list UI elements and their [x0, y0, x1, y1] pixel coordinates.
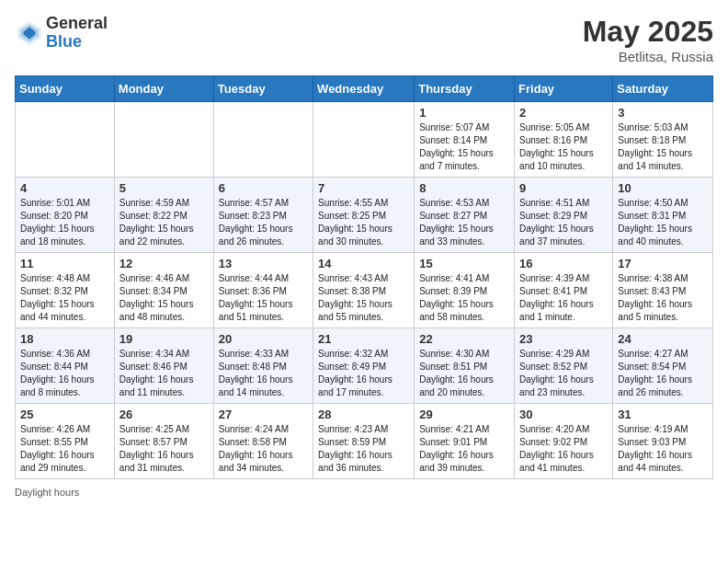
day-info: Sunrise: 4:32 AM Sunset: 8:49 PM Dayligh… — [318, 348, 409, 399]
day-info: Sunrise: 4:55 AM Sunset: 8:25 PM Dayligh… — [318, 197, 409, 248]
calendar-cell: 10Sunrise: 4:50 AM Sunset: 8:31 PM Dayli… — [613, 178, 713, 253]
calendar-cell: 13Sunrise: 4:44 AM Sunset: 8:36 PM Dayli… — [213, 253, 313, 328]
calendar-cell: 12Sunrise: 4:46 AM Sunset: 8:34 PM Dayli… — [114, 253, 213, 328]
day-number: 21 — [318, 332, 409, 346]
calendar-week-row: 1Sunrise: 5:07 AM Sunset: 8:14 PM Daylig… — [16, 102, 713, 178]
day-info: Sunrise: 4:44 AM Sunset: 8:36 PM Dayligh… — [219, 272, 308, 324]
day-number: 9 — [519, 181, 608, 195]
location: Betlitsa, Russia — [583, 49, 713, 64]
day-number: 8 — [419, 181, 509, 195]
day-info: Sunrise: 4:23 AM Sunset: 8:59 PM Dayligh… — [318, 423, 409, 475]
calendar-cell: 23Sunrise: 4:29 AM Sunset: 8:52 PM Dayli… — [515, 328, 613, 404]
calendar-cell: 9Sunrise: 4:51 AM Sunset: 8:29 PM Daylig… — [515, 178, 613, 253]
day-info: Sunrise: 4:29 AM Sunset: 8:52 PM Dayligh… — [519, 348, 608, 399]
day-of-week-header: Sunday — [16, 76, 115, 102]
day-number: 30 — [519, 408, 608, 421]
day-info: Sunrise: 4:38 AM Sunset: 8:43 PM Dayligh… — [618, 272, 708, 324]
day-info: Sunrise: 4:30 AM Sunset: 8:51 PM Dayligh… — [419, 348, 509, 399]
day-number: 5 — [119, 181, 209, 195]
day-number: 13 — [219, 257, 308, 270]
day-info: Sunrise: 5:07 AM Sunset: 8:14 PM Dayligh… — [419, 121, 509, 173]
calendar-cell: 14Sunrise: 4:43 AM Sunset: 8:38 PM Dayli… — [313, 253, 415, 328]
title-block: May 2025 Betlitsa, Russia — [583, 15, 713, 64]
day-info: Sunrise: 4:50 AM Sunset: 8:31 PM Dayligh… — [618, 197, 708, 248]
day-number: 19 — [119, 332, 209, 346]
day-number: 28 — [318, 408, 409, 421]
day-number: 6 — [219, 181, 308, 195]
calendar-week-row: 18Sunrise: 4:36 AM Sunset: 8:44 PM Dayli… — [16, 328, 713, 404]
day-info: Sunrise: 4:43 AM Sunset: 8:38 PM Dayligh… — [318, 272, 409, 324]
calendar-cell: 2Sunrise: 5:05 AM Sunset: 8:16 PM Daylig… — [515, 102, 613, 178]
daylight-note: Daylight hours — [15, 487, 79, 498]
calendar-cell: 20Sunrise: 4:33 AM Sunset: 8:48 PM Dayli… — [213, 328, 313, 404]
day-number: 27 — [219, 408, 308, 421]
calendar-cell: 27Sunrise: 4:24 AM Sunset: 8:58 PM Dayli… — [213, 404, 313, 479]
day-info: Sunrise: 5:03 AM Sunset: 8:18 PM Dayligh… — [618, 121, 708, 173]
day-info: Sunrise: 4:48 AM Sunset: 8:32 PM Dayligh… — [20, 272, 109, 324]
day-number: 17 — [618, 257, 708, 270]
calendar-cell: 4Sunrise: 5:01 AM Sunset: 8:20 PM Daylig… — [16, 178, 115, 253]
day-info: Sunrise: 4:53 AM Sunset: 8:27 PM Dayligh… — [419, 197, 509, 248]
logo-icon — [15, 18, 44, 48]
day-number: 25 — [20, 408, 109, 421]
day-info: Sunrise: 4:51 AM Sunset: 8:29 PM Dayligh… — [519, 197, 608, 248]
day-number: 29 — [419, 408, 509, 421]
calendar-cell — [114, 102, 213, 178]
calendar-week-row: 25Sunrise: 4:26 AM Sunset: 8:55 PM Dayli… — [16, 404, 713, 479]
calendar-cell: 31Sunrise: 4:19 AM Sunset: 9:03 PM Dayli… — [613, 404, 713, 479]
day-number: 2 — [519, 106, 608, 120]
month-year: May 2025 — [583, 15, 713, 49]
calendar-cell: 19Sunrise: 4:34 AM Sunset: 8:46 PM Dayli… — [114, 328, 213, 404]
calendar-cell: 28Sunrise: 4:23 AM Sunset: 8:59 PM Dayli… — [313, 404, 415, 479]
day-info: Sunrise: 4:27 AM Sunset: 8:54 PM Dayligh… — [618, 348, 708, 399]
day-number: 12 — [119, 257, 209, 270]
calendar-cell: 15Sunrise: 4:41 AM Sunset: 8:39 PM Dayli… — [415, 253, 515, 328]
day-number: 11 — [20, 257, 109, 270]
calendar-cell: 3Sunrise: 5:03 AM Sunset: 8:18 PM Daylig… — [613, 102, 713, 178]
day-number: 3 — [618, 106, 708, 120]
page-header: General Blue May 2025 Betlitsa, Russia — [15, 15, 713, 64]
day-number: 16 — [519, 257, 608, 270]
calendar-cell: 7Sunrise: 4:55 AM Sunset: 8:25 PM Daylig… — [313, 178, 415, 253]
day-of-week-header: Friday — [515, 76, 613, 102]
logo-blue: Blue — [46, 33, 108, 52]
day-info: Sunrise: 4:25 AM Sunset: 8:57 PM Dayligh… — [119, 423, 209, 475]
day-info: Sunrise: 4:59 AM Sunset: 8:22 PM Dayligh… — [119, 197, 209, 248]
day-of-week-header: Saturday — [613, 76, 713, 102]
day-of-week-header: Wednesday — [313, 76, 415, 102]
day-number: 31 — [618, 408, 708, 421]
calendar-week-row: 11Sunrise: 4:48 AM Sunset: 8:32 PM Dayli… — [16, 253, 713, 328]
calendar-cell — [313, 102, 415, 178]
day-info: Sunrise: 4:39 AM Sunset: 8:41 PM Dayligh… — [519, 272, 608, 324]
calendar-header-row: SundayMondayTuesdayWednesdayThursdayFrid… — [16, 76, 713, 102]
calendar-cell: 6Sunrise: 4:57 AM Sunset: 8:23 PM Daylig… — [213, 178, 313, 253]
calendar-cell: 18Sunrise: 4:36 AM Sunset: 8:44 PM Dayli… — [16, 328, 115, 404]
calendar-cell: 22Sunrise: 4:30 AM Sunset: 8:51 PM Dayli… — [415, 328, 515, 404]
day-info: Sunrise: 4:36 AM Sunset: 8:44 PM Dayligh… — [20, 348, 109, 399]
day-number: 4 — [20, 181, 109, 195]
calendar-cell: 25Sunrise: 4:26 AM Sunset: 8:55 PM Dayli… — [16, 404, 115, 479]
day-number: 20 — [219, 332, 308, 346]
day-info: Sunrise: 4:24 AM Sunset: 8:58 PM Dayligh… — [219, 423, 308, 475]
day-number: 7 — [318, 181, 409, 195]
day-of-week-header: Tuesday — [213, 76, 313, 102]
day-number: 18 — [20, 332, 109, 346]
day-number: 1 — [419, 106, 509, 120]
calendar-cell: 21Sunrise: 4:32 AM Sunset: 8:49 PM Dayli… — [313, 328, 415, 404]
calendar-table: SundayMondayTuesdayWednesdayThursdayFrid… — [15, 75, 713, 479]
calendar-week-row: 4Sunrise: 5:01 AM Sunset: 8:20 PM Daylig… — [16, 178, 713, 253]
day-number: 10 — [618, 181, 708, 195]
day-info: Sunrise: 4:57 AM Sunset: 8:23 PM Dayligh… — [219, 197, 308, 248]
day-info: Sunrise: 4:34 AM Sunset: 8:46 PM Dayligh… — [119, 348, 209, 399]
calendar-cell — [16, 102, 115, 178]
day-number: 23 — [519, 332, 608, 346]
calendar-cell: 29Sunrise: 4:21 AM Sunset: 9:01 PM Dayli… — [415, 404, 515, 479]
day-number: 24 — [618, 332, 708, 346]
day-info: Sunrise: 4:33 AM Sunset: 8:48 PM Dayligh… — [219, 348, 308, 399]
day-number: 26 — [119, 408, 209, 421]
calendar-cell: 16Sunrise: 4:39 AM Sunset: 8:41 PM Dayli… — [515, 253, 613, 328]
day-info: Sunrise: 4:21 AM Sunset: 9:01 PM Dayligh… — [419, 423, 509, 475]
logo-text: General Blue — [46, 15, 108, 52]
day-number: 22 — [419, 332, 509, 346]
calendar-cell: 17Sunrise: 4:38 AM Sunset: 8:43 PM Dayli… — [613, 253, 713, 328]
